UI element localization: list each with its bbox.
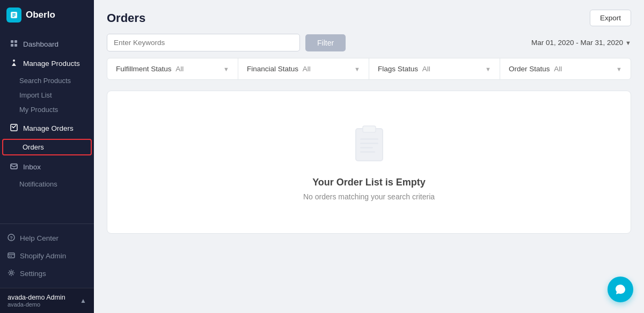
main-body: Filter Mar 01, 2020 - Mar 31, 2020 ▼ Ful…: [94, 34, 644, 313]
sidebar-item-dashboard[interactable]: Dashboard: [2, 35, 92, 54]
date-range-label: Mar 01, 2020 - Mar 31, 2020: [531, 39, 623, 47]
flags-status-label: Flags Status All: [378, 65, 430, 73]
orders-label: Orders: [23, 143, 44, 151]
fulfillment-status-filter[interactable]: Fulfillment Status All ▼: [107, 58, 238, 79]
sidebar-item-settings[interactable]: Settings: [0, 265, 94, 282]
svg-rect-15: [11, 256, 12, 257]
date-range-picker[interactable]: Mar 01, 2020 - Mar 31, 2020 ▼: [531, 39, 631, 47]
empty-state: Your Order List is Empty No orders match…: [107, 91, 631, 234]
svg-rect-4: [11, 40, 13, 43]
sidebar: Oberlo Dashboard Manage: [0, 0, 94, 313]
svg-rect-2: [12, 15, 16, 16]
sidebar-user[interactable]: avada-demo Admin avada-demo ▲: [0, 288, 94, 313]
empty-title: Your Order List is Empty: [312, 177, 426, 188]
logo-icon: [6, 8, 21, 23]
manage-products-label: Manage Products: [23, 59, 80, 68]
sidebar-item-shopify-admin[interactable]: Shopify Admin: [0, 247, 94, 265]
flags-chevron-icon: ▼: [485, 66, 491, 72]
shopify-admin-icon: [8, 251, 15, 260]
order-status-label: Order Status All: [509, 65, 562, 73]
svg-rect-13: [8, 253, 14, 258]
svg-text:?: ?: [10, 235, 13, 241]
svg-rect-22: [360, 151, 375, 153]
svg-rect-5: [14, 40, 17, 43]
financial-chevron-icon: ▼: [354, 66, 360, 72]
financial-status-filter[interactable]: Financial Status All ▼: [238, 58, 369, 79]
notifications-label: Notifications: [19, 180, 57, 188]
app-name: Oberlo: [26, 10, 55, 20]
sidebar-item-my-products[interactable]: My Products: [0, 102, 94, 117]
fulfillment-chevron-icon: ▼: [223, 66, 229, 72]
svg-rect-7: [14, 44, 17, 47]
manage-products-icon: [10, 59, 18, 68]
status-filter-bar: Fulfillment Status All ▼ Financial Statu…: [107, 58, 631, 80]
date-range-chevron-icon: ▼: [625, 40, 631, 46]
my-products-label: My Products: [19, 106, 58, 114]
import-list-label: Import List: [19, 91, 52, 99]
settings-icon: [8, 269, 15, 278]
svg-rect-3: [12, 16, 14, 17]
svg-rect-18: [363, 126, 376, 132]
shopify-admin-label: Shopify Admin: [20, 252, 66, 260]
main-header: Orders Export: [94, 0, 644, 34]
dashboard-icon: [10, 40, 18, 49]
search-input[interactable]: [107, 34, 300, 51]
empty-clipboard-icon: [348, 123, 391, 166]
manage-orders-label: Manage Orders: [23, 124, 74, 132]
fulfillment-status-label: Fulfillment Status All: [116, 65, 184, 73]
sidebar-item-search-products[interactable]: Search Products: [0, 73, 94, 88]
filter-button[interactable]: Filter: [305, 34, 346, 51]
svg-rect-21: [360, 147, 373, 148]
svg-rect-19: [360, 138, 378, 140]
sidebar-item-help-center[interactable]: ? Help Center: [0, 229, 94, 247]
inbox-label: Inbox: [23, 163, 41, 171]
help-center-icon: ?: [8, 234, 15, 243]
search-products-label: Search Products: [19, 77, 71, 85]
dashboard-label: Dashboard: [23, 40, 58, 48]
export-button[interactable]: Export: [590, 10, 631, 26]
sidebar-nav: Dashboard Manage Products Search Product…: [0, 30, 94, 223]
page-title: Orders: [107, 11, 145, 25]
settings-label: Settings: [20, 270, 46, 278]
main-content: Orders Export Filter Mar 01, 2020 - Mar …: [94, 0, 644, 313]
financial-status-label: Financial Status All: [247, 65, 311, 73]
chat-fab-button[interactable]: [608, 277, 633, 302]
svg-point-8: [13, 59, 15, 62]
svg-rect-10: [11, 164, 17, 169]
svg-rect-17: [356, 129, 383, 161]
svg-point-16: [10, 272, 12, 274]
svg-rect-14: [9, 256, 10, 257]
empty-subtitle: No orders matching your search criteria: [303, 192, 435, 201]
order-status-chevron-icon: ▼: [616, 66, 622, 72]
manage-orders-icon: [10, 124, 18, 133]
svg-rect-1: [12, 13, 16, 14]
sidebar-item-import-list[interactable]: Import List: [0, 88, 94, 102]
sidebar-item-manage-orders[interactable]: Manage Orders: [2, 119, 92, 138]
logo-area[interactable]: Oberlo: [0, 0, 94, 30]
user-chevron-icon: ▲: [80, 297, 86, 304]
order-status-filter[interactable]: Order Status All ▼: [500, 58, 631, 79]
user-name: avada-demo Admin: [8, 294, 65, 301]
svg-rect-20: [360, 143, 378, 144]
inbox-icon: [10, 162, 18, 172]
user-store: avada-demo: [8, 301, 65, 308]
user-info: avada-demo Admin avada-demo: [8, 294, 65, 308]
search-filter-row: Filter Mar 01, 2020 - Mar 31, 2020 ▼: [107, 34, 631, 51]
sidebar-item-inbox[interactable]: Inbox: [2, 158, 92, 176]
help-center-label: Help Center: [20, 234, 58, 242]
svg-rect-6: [11, 44, 13, 47]
sidebar-footer: ? Help Center Shopify Admin: [0, 223, 94, 288]
sidebar-item-orders[interactable]: Orders: [2, 139, 92, 155]
flags-status-filter[interactable]: Flags Status All ▼: [369, 58, 500, 79]
sidebar-item-manage-products[interactable]: Manage Products: [2, 54, 92, 73]
sidebar-item-notifications[interactable]: Notifications: [0, 177, 94, 191]
